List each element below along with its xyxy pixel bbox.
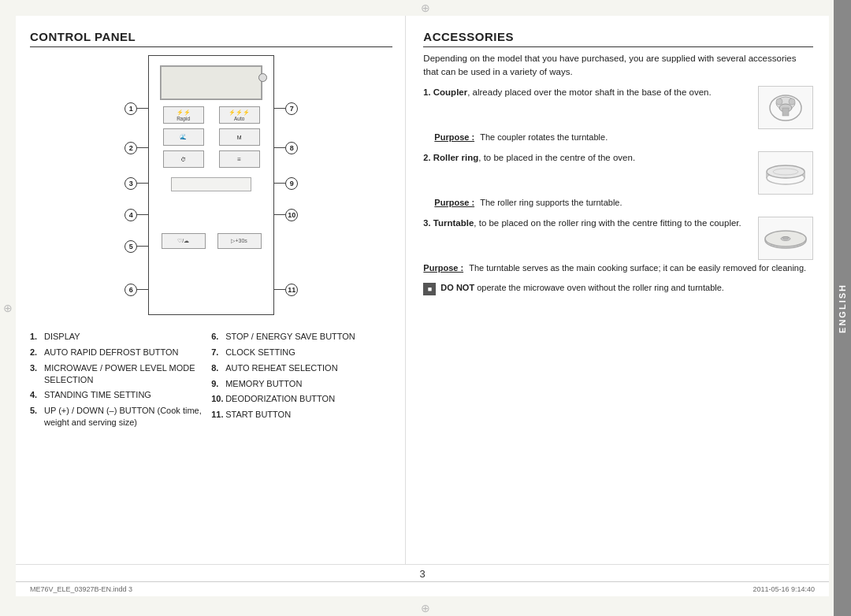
callout-8: 8	[285, 142, 298, 154]
svg-rect-3	[782, 108, 789, 116]
list-item-2: 2. AUTO RAPID DEFROST BUTTON	[30, 347, 211, 358]
callout-1: 1	[124, 102, 137, 115]
footer: ME76V_ELE_03927B-EN.indd 3 2011-05-16 9:…	[16, 581, 829, 596]
accessories-intro: Depending on the model that you have pur…	[423, 52, 813, 78]
accessories-title: ACCESSORIES	[423, 30, 813, 47]
panel-row-bottom: ♡/☁ ▷+30s	[155, 233, 267, 249]
panel-slider-bar	[171, 177, 251, 191]
list-item-3: 3. MICROWAVE / POWER LEVEL MODE SELECTIO…	[30, 362, 211, 386]
list-item-5: 5. UP (+) / DOWN (–) BUTTON (Cook time, …	[30, 405, 211, 429]
svg-point-4	[776, 98, 782, 105]
svg-point-7	[767, 165, 805, 178]
footer-right: 2011-05-16 9:14:40	[753, 585, 815, 593]
callout-3: 3	[124, 177, 137, 190]
footer-left: ME76V_ELE_03927B-EN.indd 3	[30, 585, 132, 593]
list-item-1: 1. DISPLAY	[30, 331, 211, 343]
list-item-6: 6. STOP / ENERGY SAVE BUTTON	[211, 331, 392, 343]
callout-9: 9	[285, 177, 298, 190]
list-item-10: 10. DEODORIZATION BUTTON	[211, 393, 392, 405]
turntable-image	[758, 217, 813, 260]
panel-box: ⚡⚡ Rapid ⚡⚡⚡ Auto 🌊	[148, 55, 274, 315]
roller-purpose-label: Purpose :	[434, 198, 474, 207]
coupler-image	[758, 86, 813, 129]
page-number: 3	[16, 564, 829, 581]
panel-row-stand: ⏱ ≡	[155, 150, 267, 168]
control-panel-title: CONTROL PANEL	[30, 30, 392, 47]
roller-image	[758, 151, 813, 195]
roller-desc: , to be placed in the centre of the oven…	[478, 153, 635, 162]
svg-point-14	[782, 236, 789, 239]
list-item-8: 8. AUTO REHEAT SELECTION	[211, 362, 392, 374]
control-panel-list: 1. DISPLAY 2. AUTO RAPID DEFROST BUTTON …	[30, 331, 392, 432]
callout-6: 6	[124, 284, 137, 296]
reg-mark-left: ⊕	[2, 302, 14, 314]
turntable-name: Turntable	[433, 218, 474, 228]
list-col-right: 6. STOP / ENERGY SAVE BUTTON 7. CLOCK SE…	[211, 331, 392, 432]
warning-icon: ■	[423, 283, 436, 295]
callout-7: 7	[285, 102, 298, 115]
callout-2: 2	[124, 142, 137, 154]
list-col-left: 1. DISPLAY 2. AUTO RAPID DEFROST BUTTON …	[30, 331, 211, 432]
list-item-11: 11. START BUTTON	[211, 409, 392, 421]
auto-label: Auto	[234, 116, 244, 121]
accessory-turntable: 3. Turntable, to be placed on the roller…	[423, 217, 813, 274]
warning-text: DO NOT operate the microwave oven withou…	[440, 282, 724, 294]
turntable-purpose-text: The turntable serves as the main cooking…	[469, 263, 806, 273]
warning-box: ■ DO NOT operate the microwave oven with…	[423, 282, 813, 295]
roller-purpose-text: The roller ring supports the turntable.	[480, 198, 622, 207]
coupler-purpose-text: The coupler rotates the turntable.	[480, 132, 608, 142]
callout-4: 4	[124, 209, 137, 221]
svg-point-5	[789, 98, 795, 105]
panel-display-screen	[160, 65, 262, 100]
side-tab-label: ENGLISH	[838, 284, 847, 333]
accessory-roller: 2. Roller ring, to be placed in the cent…	[423, 151, 813, 209]
roller-name: Roller ring	[433, 153, 479, 162]
control-panel-diagram: 1 2 3 4 5 6 7 8	[124, 55, 298, 323]
callout-10: 10	[285, 209, 298, 221]
accessory-coupler: 1. Coupler, already placed over the moto…	[423, 86, 813, 143]
reg-mark-bottom: ⊕	[419, 602, 432, 614]
reg-mark-top: ⊕	[419, 2, 432, 14]
list-item-4: 4. STANDING TIME SETTING	[30, 389, 211, 401]
panel-row-rapid-auto: ⚡⚡ Rapid ⚡⚡⚡ Auto	[155, 106, 267, 124]
coupler-desc: , already placed over the motor shaft in…	[467, 87, 711, 97]
list-item-7: 7. CLOCK SETTING	[211, 347, 392, 358]
turntable-purpose-label: Purpose :	[423, 263, 463, 273]
callout-11: 11	[285, 284, 298, 296]
rapid-label: Rapid	[177, 116, 190, 121]
turntable-desc: , to be placed on the roller ring with t…	[474, 218, 741, 228]
callout-5: 5	[124, 240, 137, 253]
panel-circle-button	[258, 73, 267, 82]
panel-row-microwave: 🌊 M	[155, 128, 267, 146]
coupler-purpose-label: Purpose :	[434, 132, 474, 142]
coupler-name: Coupler	[433, 87, 467, 97]
list-item-9: 9. MEMORY BUTTON	[211, 378, 392, 390]
